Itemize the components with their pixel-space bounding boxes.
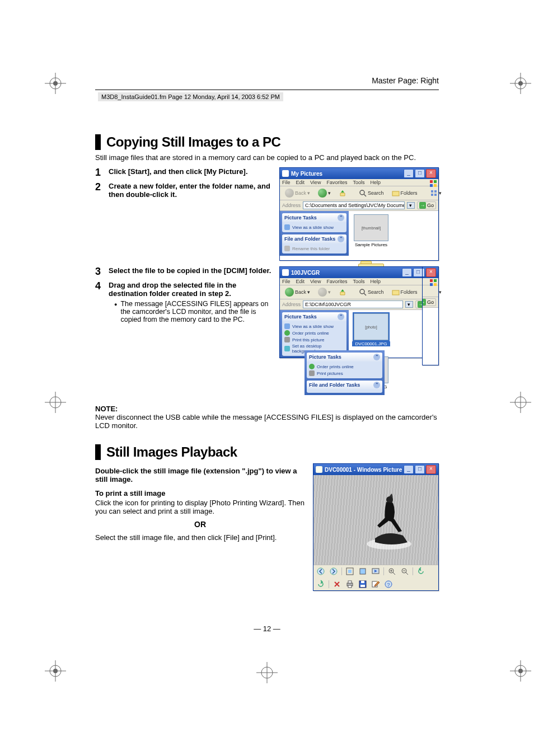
thumbnail-dvc00001[interactable]: [photo] DVC00001.JPG [352,313,390,346]
task-print-pictures[interactable]: Print pictures [309,370,380,377]
svg-rect-31 [392,191,399,196]
svg-rect-27 [430,184,433,187]
rotate-cw-icon[interactable] [316,579,326,589]
thumbnail-sample-pictures[interactable]: [thumbnail] Sample Pictures [352,214,390,247]
forward-button[interactable]: ▾ [315,187,334,199]
step-text: Select the file to be copied in the [DCI… [109,266,271,276]
views-button[interactable]: ▾ [427,188,444,198]
note-body: Never disconnect the USB cable while the… [95,413,439,430]
actual-size-icon[interactable] [358,566,368,576]
thumbnail-label: DVC00001.JPG [352,341,390,346]
chevron-up-icon[interactable]: ⌃ [373,354,380,360]
up-button[interactable] [336,287,349,297]
windows-logo-icon [429,279,437,287]
save-icon[interactable] [358,579,368,589]
task-rename-folder[interactable]: Rename this folder [284,245,344,252]
close-button[interactable]: × [426,169,436,178]
svg-rect-34 [431,194,433,196]
delete-icon[interactable] [332,579,342,589]
forward-button[interactable]: ▾ [315,287,334,298]
close-button[interactable]: × [426,465,436,474]
svg-line-59 [393,572,395,575]
section-title-copying: Copying Still Images to a PC [95,134,439,150]
print-subheading: To print a still image [95,489,305,497]
window-title: My Pictures [291,171,404,177]
master-page-label: Master Page: Right [372,76,439,85]
menu-favorites[interactable]: Favorites [326,180,347,185]
back-button[interactable]: Back ▾ [282,187,313,199]
slideshow-icon[interactable] [371,566,381,576]
slide-show-icon [284,224,290,230]
address-field[interactable]: C:\Documents and Settings\JVC\My Documen… [303,201,405,209]
print-p2: Select the still image file, and then cl… [95,533,305,542]
minimize-button[interactable]: _ [422,268,425,277]
svg-rect-33 [434,190,437,192]
task-order-prints[interactable]: Order prints online [284,330,344,336]
search-button[interactable]: Search [356,188,387,198]
svg-text:?: ? [387,582,390,588]
task-print-picture[interactable]: Print this picture [284,336,344,343]
maximize-button[interactable]: □ [415,465,425,474]
task-order-prints[interactable]: Order prints online [309,363,380,370]
menu-file[interactable]: File [282,180,291,185]
desktop-icon [284,346,290,351]
print-p1: Click the icon for printing to display [… [95,499,305,515]
menu-edit[interactable]: Edit [296,180,305,185]
minimize-button[interactable]: _ [404,169,414,178]
zoom-in-icon[interactable] [387,566,397,576]
jet-skier-image [364,491,420,552]
rotate-ccw-icon[interactable] [416,566,426,576]
folders-button[interactable]: Folders [389,287,420,297]
note-heading: NOTE: [95,405,439,413]
chevron-up-icon[interactable]: ⌃ [338,313,344,320]
screenshot-my-pictures: My Pictures _ □ × File Edit View Favorit… [279,167,439,261]
printer-icon [309,370,315,376]
close-button[interactable]: × [426,268,436,277]
menu-file[interactable]: File [282,279,291,284]
chevron-up-icon[interactable]: ⌃ [338,236,344,242]
go-button[interactable]: →Go [417,201,436,209]
help-icon[interactable]: ? [383,579,394,589]
svg-rect-28 [434,184,437,187]
menu-help[interactable]: Help [370,279,381,284]
address-dropdown[interactable]: ▾ [405,301,413,308]
menu-tools[interactable]: Tools [353,279,364,284]
step-number: 2 [95,182,109,199]
print-icon[interactable] [345,579,355,589]
menu-help[interactable]: Help [370,180,381,185]
menu-view[interactable]: View [310,180,321,185]
address-field[interactable]: E:\DCIM\100JVCGR [303,300,403,308]
minimize-button[interactable]: _ [404,465,414,474]
fit-icon[interactable] [345,566,355,576]
go-button[interactable]: →Go [422,298,436,306]
file-folder-tasks-header[interactable]: File and Folder Tasks [309,382,360,388]
menu-edit[interactable]: Edit [296,279,305,284]
file-folder-tasks-header[interactable]: File and Folder Tasks [284,236,335,242]
picture-tasks-header[interactable]: Picture Tasks [309,354,341,360]
picture-tasks-header[interactable]: Picture Tasks [284,314,317,320]
menu-view[interactable]: View [310,279,321,284]
chevron-up-icon[interactable]: ⌃ [338,214,344,221]
svg-rect-32 [431,190,433,192]
svg-point-53 [317,568,324,575]
menu-tools[interactable]: Tools [353,180,364,185]
svg-rect-39 [434,283,437,286]
up-button[interactable] [336,188,349,198]
address-dropdown[interactable]: ▾ [407,202,415,209]
folders-button[interactable]: Folders [389,188,420,198]
search-button[interactable]: Search [356,287,387,297]
picture-tasks-header[interactable]: Picture Tasks [284,215,317,220]
zoom-out-icon[interactable] [400,566,410,576]
task-slide-show[interactable]: View as a slide show [284,224,344,231]
back-button[interactable]: Back ▾ [282,287,313,298]
menu-favorites[interactable]: Favorites [326,279,347,284]
edit-icon[interactable] [371,579,381,589]
task-slide-show[interactable]: View as a slide show [284,323,344,330]
svg-point-44 [360,289,364,294]
svg-rect-37 [434,279,437,282]
minimize-button[interactable]: _ [402,268,412,277]
maximize-button[interactable]: □ [415,169,425,178]
chevron-up-icon[interactable]: ⌃ [373,382,380,388]
prev-icon[interactable] [316,566,326,576]
next-icon[interactable] [329,566,339,576]
